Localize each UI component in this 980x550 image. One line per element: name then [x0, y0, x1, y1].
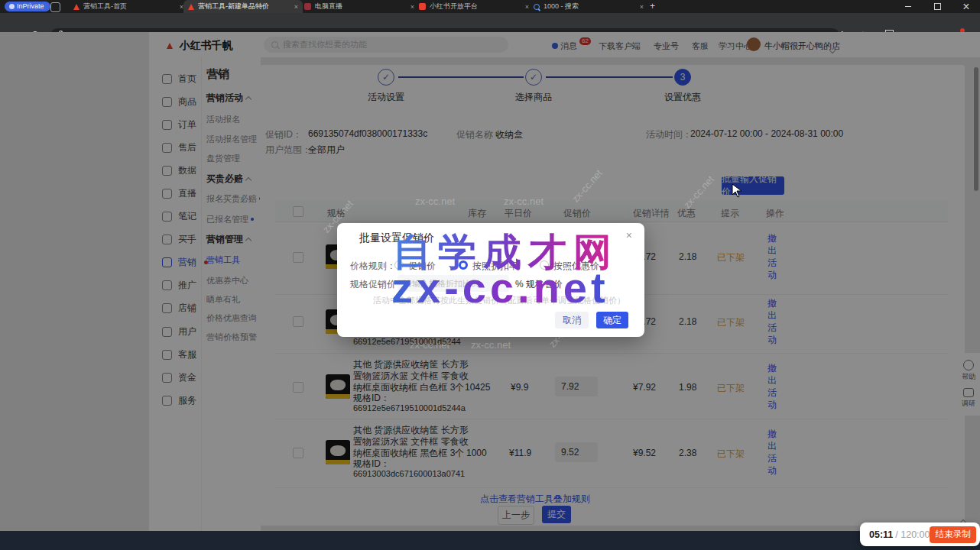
- watermark-text: zx-cc.net: [471, 339, 511, 351]
- tab-label: 营销工具-新建单品特价: [198, 2, 269, 11]
- tab-label: 小红书开放平台: [430, 2, 478, 11]
- search-icon: [534, 4, 540, 10]
- xiaohongshu-ark-icon: [188, 4, 194, 10]
- watermark-text: zx-cc.net: [415, 196, 455, 207]
- recording-total: / 120:00: [895, 529, 930, 540]
- watermark-text: zx-cc.net: [410, 339, 449, 351]
- tab-pc-live[interactable]: 电脑直播 ×: [300, 0, 419, 13]
- maximize-button[interactable]: [923, 0, 951, 13]
- minimize-button[interactable]: [894, 0, 922, 13]
- tab-label: 1000 - 搜索: [544, 2, 579, 11]
- watermark-big-site: zx-cc.net: [391, 263, 609, 312]
- inprivate-badge: InPrivate: [5, 2, 50, 11]
- tab-label: 电脑直播: [315, 2, 342, 11]
- mouse-cursor: [732, 183, 742, 199]
- tab-new-special-price[interactable]: 营销工具-新建单品特价 ×: [183, 0, 303, 13]
- taskbar: [0, 531, 980, 550]
- live-app-icon: [304, 3, 311, 10]
- tab-label: 营销工具-首页: [83, 2, 127, 11]
- browser-tabstrip: InPrivate 营销工具-首页 × 营销工具-新建单品特价 × 电脑直播 ×…: [0, 0, 980, 13]
- screen: InPrivate 营销工具-首页 × 营销工具-新建单品特价 × 电脑直播 ×…: [0, 0, 980, 550]
- xiaohongshu-icon: [419, 3, 426, 10]
- price-rule-label: 价格规则：: [350, 260, 396, 273]
- close-button[interactable]: ×: [952, 0, 980, 13]
- tab-close-icon[interactable]: ×: [294, 3, 298, 11]
- new-tab-button[interactable]: +: [650, 1, 655, 11]
- tab-marketing-home[interactable]: 营销工具-首页 ×: [69, 0, 188, 13]
- screen-recorder-bar: 05:11 / 120:00 结束录制: [860, 522, 980, 546]
- watermark-text: zx-cc.net: [504, 196, 544, 207]
- xiaohongshu-ark-icon: [73, 4, 80, 10]
- inprivate-label: InPrivate: [17, 2, 44, 11]
- profile-icon: [9, 4, 15, 9]
- recording-time: 05:11: [869, 529, 893, 540]
- browser-toolbar: ← ⟳ https://ark.xiaohongshu.com/ark/prom…: [0, 13, 980, 32]
- modal-close-icon[interactable]: ×: [626, 229, 632, 241]
- workspaces-icon[interactable]: [50, 2, 60, 12]
- tab-search-1000[interactable]: 1000 - 搜索 ×: [529, 0, 648, 13]
- confirm-button[interactable]: 确定: [596, 312, 628, 328]
- tab-open-platform[interactable]: 小红书开放平台 ×: [414, 0, 534, 13]
- stop-recording-button[interactable]: 结束录制: [930, 526, 976, 543]
- tab-close-icon[interactable]: ×: [640, 3, 644, 11]
